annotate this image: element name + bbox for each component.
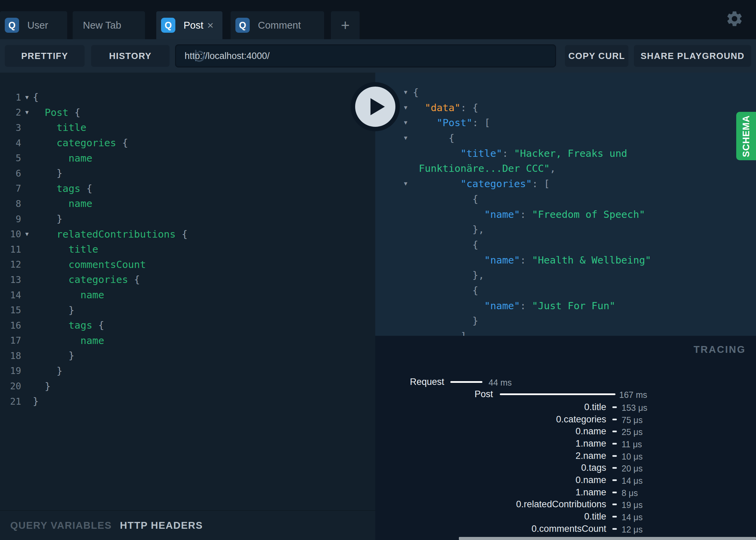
reload-icon <box>192 49 207 64</box>
trace-label: 0.relatedContributions <box>516 499 606 510</box>
new-tab-button[interactable]: + <box>331 11 360 39</box>
tab-user[interactable]: QUser <box>0 11 67 39</box>
line-number: 13 <box>0 274 21 285</box>
tab-comment[interactable]: QComment <box>231 11 324 39</box>
execute-query-button[interactable] <box>351 82 400 131</box>
trace-row: 2.name10 μs <box>375 451 756 461</box>
response-line: ▼ "categories": [ <box>375 176 756 192</box>
tab-label: User <box>27 20 48 31</box>
trace-duration-value: 20 μs <box>622 464 643 474</box>
trace-label: 2.name <box>576 451 606 461</box>
trace-duration-bar <box>612 467 617 469</box>
tab-label: Post <box>184 20 203 31</box>
tracing-title[interactable]: TRACING <box>694 344 746 355</box>
response-text: "title": "Hacker, Freaks und <box>413 148 627 159</box>
schema-tab-label: SCHEMA <box>741 115 752 157</box>
share-playground-button[interactable]: SHARE PLAYGROUND <box>634 45 751 67</box>
tab-post[interactable]: QPost× <box>156 11 222 39</box>
schema-sidebar-tab[interactable]: SCHEMA <box>736 112 756 160</box>
response-text: { <box>413 87 419 98</box>
play-icon <box>355 87 395 127</box>
plus-icon: + <box>341 17 350 34</box>
fold-arrow-icon[interactable]: ▼ <box>404 176 407 192</box>
fold-arrow-icon[interactable]: ▼ <box>21 95 33 100</box>
fold-arrow-icon[interactable]: ▼ <box>404 115 407 131</box>
trace-duration-value: 12 μs <box>622 525 643 535</box>
trace-duration-value: 25 μs <box>622 427 643 437</box>
fold-arrow-icon[interactable]: ▼ <box>21 231 33 237</box>
trace-duration-bar <box>500 393 615 395</box>
code-text: categories { <box>33 137 128 149</box>
code-text: relatedContributions { <box>33 228 188 240</box>
copy-curl-button[interactable]: COPY CURL <box>565 45 628 67</box>
line-number: 1 <box>0 92 21 103</box>
response-text: { <box>413 285 478 296</box>
http-headers-toggle[interactable]: HTTP HEADERS <box>120 520 203 531</box>
trace-duration-value: 44 ms <box>489 378 512 388</box>
line-number: 19 <box>0 365 21 376</box>
code-text: tags { <box>33 319 104 331</box>
trace-duration-bar <box>450 381 482 383</box>
fold-arrow-icon[interactable]: ▼ <box>404 85 407 100</box>
response-text: "name": "Freedom of Speech" <box>413 209 645 220</box>
response-line: "name": "Freedom of Speech" <box>375 207 756 222</box>
trace-label: 0.title <box>584 511 606 522</box>
trace-duration-value: 14 μs <box>622 512 643 522</box>
response-line: Funktionäre...Der CCC", <box>375 161 756 176</box>
response-pane[interactable]: ▼{▼ "data": {▼ "Post": [▼ { "title": "Ha… <box>375 73 756 336</box>
trace-duration-bar <box>612 443 617 445</box>
query-badge: Q <box>5 18 19 33</box>
trace-duration-bar <box>612 406 617 408</box>
fold-arrow-icon[interactable]: ▼ <box>21 110 33 115</box>
settings-button[interactable] <box>725 10 744 28</box>
trace-row: 0.relatedContributions19 μs <box>375 499 756 509</box>
trace-label: 1.name <box>576 487 606 498</box>
tracing-horizontal-scrollbar[interactable] <box>459 537 756 540</box>
line-number: 16 <box>0 320 21 331</box>
code-text: } <box>33 350 74 361</box>
code-text: name <box>33 198 92 209</box>
line-number: 20 <box>0 381 21 391</box>
editor-line: 4 categories { <box>0 135 375 151</box>
trace-duration-value: 167 ms <box>619 390 647 400</box>
trace-duration-bar <box>612 528 617 530</box>
code-text: } <box>33 167 62 179</box>
code-text: } <box>33 380 50 392</box>
response-text: }, <box>413 269 484 281</box>
response-json: ▼{▼ "data": {▼ "Post": [▼ { "title": "Ha… <box>375 73 756 336</box>
line-number: 7 <box>0 183 21 194</box>
response-line: ▼ "Post": [ <box>375 115 756 131</box>
reload-schema-button[interactable] <box>192 49 207 64</box>
query-editor-pane[interactable]: 1▼{2▼ Post {3 title4 categories {5 name6… <box>0 73 375 510</box>
response-text: { <box>413 239 478 251</box>
history-button[interactable]: HISTORY <box>91 45 170 67</box>
trace-duration-value: 11 μs <box>622 439 642 449</box>
line-number: 21 <box>0 396 21 407</box>
line-number: 12 <box>0 259 21 270</box>
line-number: 4 <box>0 138 21 148</box>
editor-line: 9 } <box>0 211 375 227</box>
code-text: name <box>33 152 92 164</box>
trace-duration-value: 8 μs <box>622 488 638 498</box>
line-number: 5 <box>0 153 21 163</box>
query-variables-toggle[interactable]: QUERY VARIABLES <box>10 520 112 531</box>
endpoint-url-input[interactable]: http://localhost:4000/ <box>175 44 556 68</box>
trace-duration-bar <box>612 419 617 420</box>
line-number: 8 <box>0 198 21 209</box>
line-number: 11 <box>0 244 21 255</box>
editor-line: 7 tags { <box>0 181 375 196</box>
prettify-button[interactable]: PRETTIFY <box>5 45 85 67</box>
response-line: { <box>375 237 756 253</box>
fold-arrow-icon[interactable]: ▼ <box>404 131 407 146</box>
close-tab-icon[interactable]: × <box>207 20 214 31</box>
fold-arrow-icon[interactable]: ▼ <box>404 100 407 116</box>
trace-label: 0.title <box>584 402 606 412</box>
trace-row: 0.name14 μs <box>375 475 756 485</box>
gear-icon <box>725 10 744 28</box>
trace-label: 1.name <box>576 438 606 449</box>
trace-label: Request <box>410 377 444 387</box>
trace-post-row: Post 167 ms <box>375 389 756 399</box>
trace-label: 0.name <box>576 426 606 437</box>
trace-duration-value: 75 μs <box>622 415 643 425</box>
tab-new-tab[interactable]: New Tab <box>73 11 145 39</box>
